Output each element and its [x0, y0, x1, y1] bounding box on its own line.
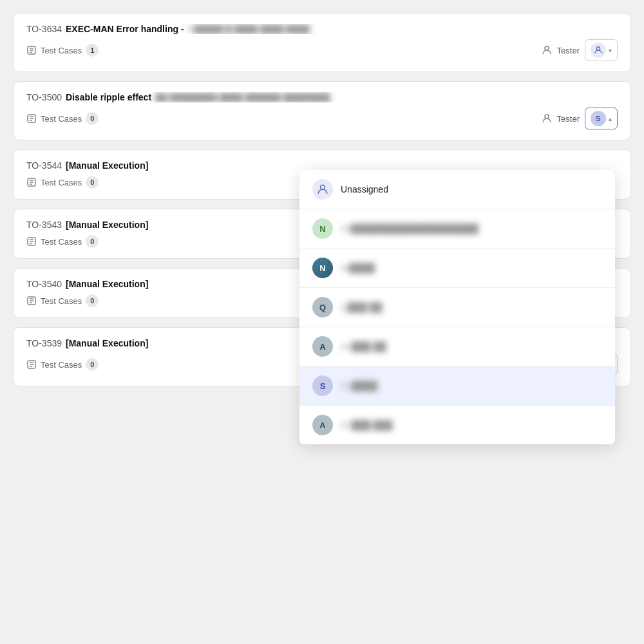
task-meta: Test Cases 1 Tester ▾: [26, 39, 618, 61]
task-name: [Manual Execution]: [66, 220, 148, 230]
test-cases-info: Test Cases 0: [26, 294, 99, 307]
test-cases-badge: 0: [86, 235, 99, 248]
test-cases-info: Test Cases 1: [26, 44, 99, 57]
task-name-extra: R█████ █ ████ ████ ████: [188, 24, 310, 34]
task-name: [Manual Execution]: [66, 160, 148, 171]
test-cases-info: Test Cases 0: [26, 235, 99, 248]
test-cases-info: Test Cases 0: [26, 112, 99, 125]
task-name: [Manual Execution]: [66, 279, 148, 289]
test-cases-icon: [26, 45, 37, 55]
test-cases-label: Test Cases: [41, 178, 82, 187]
dropdown-item-ar[interactable]: A An███ ███: [299, 406, 615, 444]
chevron-up-icon: ▴: [609, 115, 612, 122]
task-id: TO-3540: [26, 279, 62, 289]
test-cases-label: Test Cases: [41, 237, 82, 247]
tester-section: Tester S ▴: [542, 108, 618, 129]
svg-point-29: [321, 185, 325, 189]
tester-label: Tester: [557, 114, 580, 124]
task-id: TO-3543: [26, 220, 62, 230]
task-id: TO-3544: [26, 160, 62, 171]
tester-person-icon: [542, 45, 552, 55]
tester-dropdown-menu: Unassigned N nh████████████████████ N Ni…: [299, 170, 615, 444]
tester-avatar: S: [591, 111, 606, 126]
task-name: EXEC-MAN Error handling -: [66, 24, 184, 34]
dropdown-avatar-ar: A: [312, 415, 333, 435]
svg-point-10: [545, 115, 549, 118]
test-cases-badge: 0: [86, 294, 99, 307]
task-card-top: TO-3500 Disable ripple effect ██ ███████…: [26, 92, 618, 102]
tester-dropdown-3634[interactable]: ▾: [585, 39, 618, 61]
dropdown-avatar-n: N: [312, 218, 333, 239]
task-id: TO-3500: [26, 92, 62, 102]
task-id: TO-3539: [26, 338, 62, 348]
dropdown-item-label-q: Q███ ██: [341, 302, 382, 312]
dropdown-item-unassigned[interactable]: Unassigned: [299, 170, 615, 209]
task-card-3634: TO-3634 EXEC-MAN Error handling - R█████…: [13, 13, 631, 72]
test-cases-icon: [26, 359, 37, 370]
task-meta: Test Cases 0 Tester S ▴: [26, 108, 618, 129]
dropdown-item-a[interactable]: A An███ ██: [299, 327, 615, 366]
svg-point-4: [545, 46, 549, 50]
task-title: TO-3500 Disable ripple effect ██ ███████…: [26, 92, 618, 102]
tester-dropdown-3500[interactable]: S ▴: [585, 108, 618, 129]
test-cases-badge: 0: [86, 358, 99, 371]
test-cases-icon: [26, 236, 37, 247]
svg-point-5: [596, 47, 600, 50]
dropdown-item-q[interactable]: Q Q███ ██: [299, 288, 615, 327]
test-cases-info: Test Cases 0: [26, 358, 99, 371]
task-meta: TO-3544 [Manual Execution]: [26, 160, 618, 171]
tester-avatar: [591, 43, 606, 58]
dropdown-item-label-s: Su████: [341, 381, 377, 391]
dropdown-item-label: Unassigned: [341, 184, 388, 194]
test-cases-icon: [26, 296, 37, 306]
task-card-3500: TO-3500 Disable ripple effect ██ ███████…: [13, 81, 631, 140]
task-name-extra: ██ ████████ ████ ██████ ████████: [155, 93, 330, 102]
tester-section: Tester ▾: [542, 39, 618, 61]
dropdown-item-s[interactable]: S Su████: [299, 366, 615, 405]
task-name: [Manual Execution]: [66, 338, 148, 348]
dropdown-item-label-a: An███ ██: [341, 341, 386, 352]
dropdown-avatar-a: A: [312, 336, 333, 357]
tester-label: Tester: [557, 46, 580, 55]
dropdown-avatar-q: Q: [312, 297, 333, 317]
test-cases-badge: 0: [86, 176, 99, 189]
test-cases-info: Test Cases 0: [26, 176, 99, 189]
dropdown-item-label-n: nh████████████████████: [341, 223, 478, 234]
tester-person-icon: [542, 113, 552, 124]
test-cases-icon: [26, 177, 37, 187]
task-card-top: TO-3634 EXEC-MAN Error handling - R█████…: [26, 24, 618, 34]
test-cases-label: Test Cases: [41, 114, 82, 124]
test-cases-badge: 1: [86, 44, 99, 57]
task-name: Disable ripple effect: [66, 92, 151, 102]
test-cases-icon: [26, 113, 37, 124]
chevron-down-icon: ▾: [609, 47, 612, 54]
test-cases-label: Test Cases: [41, 360, 82, 370]
dropdown-item-ni[interactable]: N Ni████: [299, 249, 615, 287]
task-title: TO-3634 EXEC-MAN Error handling - R█████…: [26, 24, 618, 34]
dropdown-avatar-ni: N: [312, 258, 333, 278]
dropdown-avatar-unassigned: [312, 179, 333, 200]
test-cases-badge: 0: [86, 112, 99, 125]
dropdown-avatar-s: S: [312, 375, 333, 396]
test-cases-label: Test Cases: [41, 46, 82, 55]
dropdown-item-n[interactable]: N nh████████████████████: [299, 209, 615, 248]
task-id: TO-3634: [26, 24, 62, 34]
dropdown-item-label-ni: Ni████: [341, 263, 375, 273]
test-cases-label: Test Cases: [41, 296, 82, 306]
dropdown-item-label-ar: An███ ███: [341, 420, 393, 430]
